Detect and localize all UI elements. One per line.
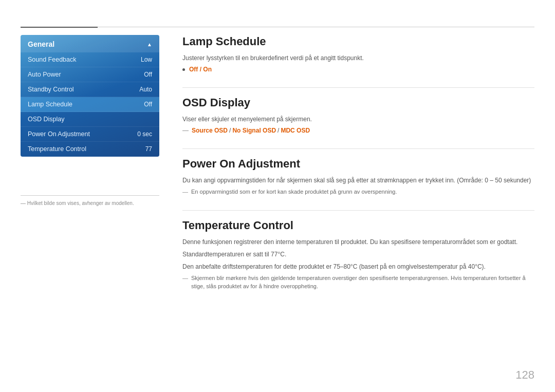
- temperature-title: Temperature Control: [182, 219, 534, 232]
- sidebar-item-1[interactable]: Auto PowerOff: [21, 67, 159, 82]
- sidebar-divider: [21, 195, 159, 196]
- temperature-desc3: Den anbefalte driftstemperaturen for det…: [182, 262, 534, 271]
- sidebar-header: General ▲: [21, 35, 159, 52]
- section-osd-display: OSD Display Viser eller skjuler et menye…: [182, 96, 534, 134]
- sidebar-item-label-1: Auto Power: [28, 71, 61, 78]
- sidebar-item-label-6: Temperature Control: [28, 145, 86, 153]
- power-on-note: En oppvarmingstid som er for kort kan sk…: [182, 188, 534, 196]
- sidebar-item-5[interactable]: Power On Adjustment0 sec: [21, 127, 159, 142]
- sidebar-item-value-2: Auto: [139, 86, 152, 93]
- sidebar-item-0[interactable]: Sound FeedbackLow: [21, 52, 159, 67]
- osd-dash-icon: —: [182, 127, 189, 134]
- power-on-desc: Du kan angi oppvarmingstiden for når skj…: [182, 176, 534, 185]
- lamp-schedule-link: Off / On: [189, 66, 212, 73]
- sidebar-item-value-1: Off: [144, 71, 152, 78]
- sidebar-item-label-5: Power On Adjustment: [28, 130, 90, 138]
- bullet-dot-icon: [182, 68, 185, 71]
- lamp-schedule-bullet: Off / On: [182, 66, 534, 73]
- sidebar-item-6[interactable]: Temperature Control77: [21, 142, 159, 157]
- sidebar-note: — Hvilket bilde som vises, avhenger av m…: [21, 200, 134, 206]
- sidebar-item-value-0: Low: [141, 56, 152, 63]
- sidebar-item-label-0: Sound Feedback: [28, 56, 77, 63]
- sidebar-item-value-6: 77: [145, 145, 152, 153]
- sidebar: General ▲ Sound FeedbackLowAuto PowerOff…: [21, 35, 159, 157]
- sidebar-header-label: General: [28, 40, 54, 48]
- sidebar-item-label-4: OSD Display: [28, 116, 65, 123]
- sidebar-item-label-3: Lamp Schedule: [28, 101, 72, 108]
- divider-3: [182, 210, 534, 211]
- sidebar-item-2[interactable]: Standby ControlAuto: [21, 82, 159, 97]
- divider-1: [182, 87, 534, 88]
- section-lamp-schedule: Lamp Schedule Justerer lysstyrken til en…: [182, 35, 534, 73]
- section-temperature: Temperature Control Denne funksjonen reg…: [182, 219, 534, 290]
- temperature-desc2: Standardtemperaturen er satt til 77°C.: [182, 250, 534, 259]
- sidebar-item-4[interactable]: OSD Display: [21, 112, 159, 127]
- top-border-accent: [21, 27, 98, 28]
- sidebar-item-3[interactable]: Lamp ScheduleOff: [21, 97, 159, 112]
- sidebar-item-value-3: Off: [144, 101, 152, 108]
- top-border-line: [21, 27, 534, 27]
- osd-links-row: — Source OSD / No Signal OSD / MDC OSD: [182, 127, 534, 134]
- lamp-schedule-title: Lamp Schedule: [182, 35, 534, 48]
- sidebar-item-value-5: 0 sec: [137, 130, 152, 138]
- temperature-desc1: Denne funksjonen registrerer den interne…: [182, 237, 534, 247]
- section-power-on: Power On Adjustment Du kan angi oppvarmi…: [182, 157, 534, 196]
- page-number: 128: [515, 368, 534, 382]
- osd-display-title: OSD Display: [182, 96, 534, 109]
- temperature-note: Skjermen blir mørkere hvis den gjeldende…: [182, 274, 534, 290]
- divider-2: [182, 148, 534, 149]
- osd-display-desc: Viser eller skjuler et menyelement på sk…: [182, 115, 534, 124]
- power-on-title: Power On Adjustment: [182, 157, 534, 171]
- sidebar-header-arrow-icon: ▲: [147, 42, 152, 47]
- osd-source-link: Source OSD: [192, 127, 228, 134]
- sidebar-item-label-2: Standby Control: [28, 86, 74, 93]
- osd-mdc-link: MDC OSD: [281, 127, 310, 134]
- main-content: Lamp Schedule Justerer lysstyrken til en…: [182, 35, 534, 371]
- osd-nosignal-link: No Signal OSD: [232, 127, 276, 134]
- osd-sep-1: /: [229, 127, 231, 134]
- lamp-schedule-desc: Justerer lysstyrken til en brukerdefiner…: [182, 53, 534, 63]
- osd-sep-2: /: [278, 127, 279, 134]
